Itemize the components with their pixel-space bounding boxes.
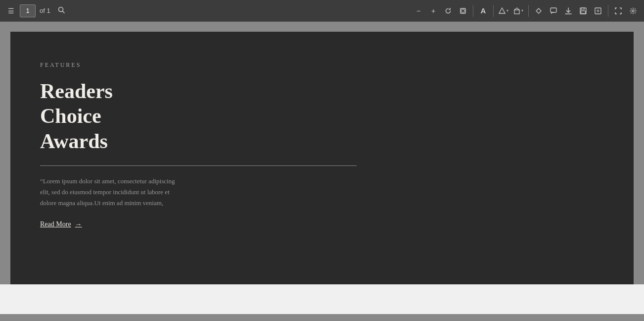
fullscreen-button[interactable] <box>611 4 625 18</box>
content-area: FEATURES Readers Choice Awards “Lorem ip… <box>0 22 644 321</box>
svg-rect-7 <box>551 8 556 12</box>
comment-button[interactable] <box>547 4 560 18</box>
svg-marker-4 <box>499 8 505 13</box>
separator-4 <box>608 5 608 17</box>
features-label: FEATURES <box>40 61 604 69</box>
page-number-input[interactable] <box>20 4 36 17</box>
page-total-label: of 1 <box>38 7 52 14</box>
svg-line-1 <box>62 11 64 13</box>
read-more-arrow-icon: → <box>75 220 82 228</box>
toolbar-right: − + A ▾ <box>412 4 640 18</box>
separator-3 <box>528 5 529 17</box>
zoom-in-button[interactable]: + <box>426 4 440 18</box>
save-alt-button[interactable] <box>591 4 605 18</box>
title-line-2: Choice <box>40 104 604 128</box>
search-icon <box>58 6 65 15</box>
toolbar: ☰ of 1 − + <box>0 0 644 22</box>
svg-marker-6 <box>536 8 541 13</box>
shapes-button[interactable]: ▾ <box>511 4 525 18</box>
text-icon: A <box>481 6 486 15</box>
separator-2 <box>493 5 494 17</box>
title-line-1: Readers <box>40 79 604 104</box>
svg-rect-3 <box>461 9 464 12</box>
svg-rect-12 <box>581 11 586 13</box>
download-button[interactable] <box>561 4 575 18</box>
annotation-button[interactable]: ▾ <box>497 4 510 18</box>
eraser-button[interactable] <box>532 4 546 18</box>
description-text: “Lorem ipsum dolor sit amet, consectetur… <box>40 176 179 209</box>
read-more-button[interactable]: Read More → <box>40 220 82 228</box>
settings-button[interactable] <box>626 4 640 18</box>
main-title: Readers Choice Awards <box>40 79 604 154</box>
zoom-in-icon: + <box>431 7 435 15</box>
read-more-label: Read More <box>40 220 71 228</box>
zoom-out-button[interactable]: − <box>412 4 425 18</box>
shapes-arrow: ▾ <box>521 8 523 13</box>
menu-button[interactable]: ☰ <box>4 4 18 18</box>
pdf-page: FEATURES Readers Choice Awards “Lorem ip… <box>10 32 634 284</box>
text-tool-button[interactable]: A <box>476 4 490 18</box>
rotate-button[interactable] <box>441 4 455 18</box>
divider-line <box>40 165 357 166</box>
fit-page-button[interactable] <box>456 4 470 18</box>
below-page-area <box>0 284 644 314</box>
save-button[interactable] <box>576 4 590 18</box>
svg-point-16 <box>632 10 634 12</box>
search-button[interactable] <box>54 4 68 18</box>
svg-rect-5 <box>514 10 519 14</box>
separator-1 <box>473 5 473 17</box>
hamburger-icon: ☰ <box>8 7 14 15</box>
title-line-3: Awards <box>40 129 604 154</box>
annotation-arrow: ▾ <box>506 8 508 13</box>
zoom-out-icon: − <box>416 7 420 15</box>
